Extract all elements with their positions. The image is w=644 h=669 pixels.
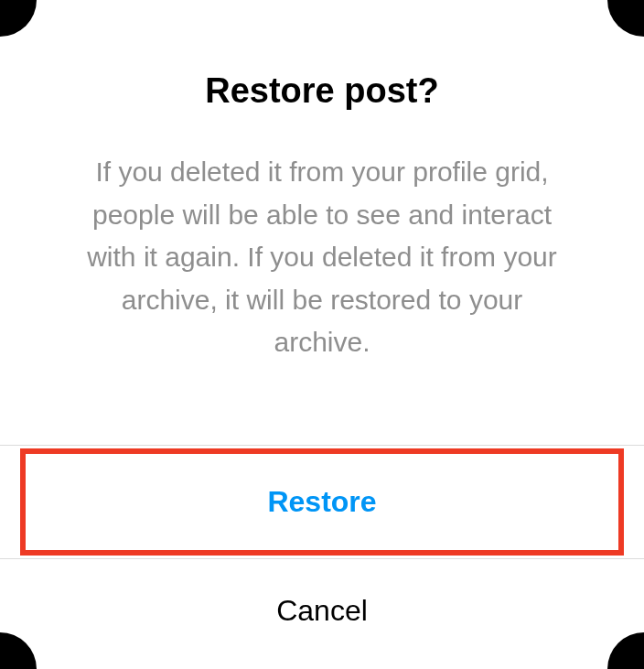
dialog-title: Restore post?	[0, 71, 644, 111]
restore-button[interactable]: Restore	[26, 454, 618, 550]
restore-post-dialog: Restore post? If you deleted it from you…	[0, 0, 644, 663]
dialog-body-text: If you deleted it from your profile grid…	[0, 151, 644, 364]
divider	[0, 445, 644, 446]
cancel-button[interactable]: Cancel	[0, 559, 644, 663]
highlight-annotation: Restore	[20, 448, 624, 556]
